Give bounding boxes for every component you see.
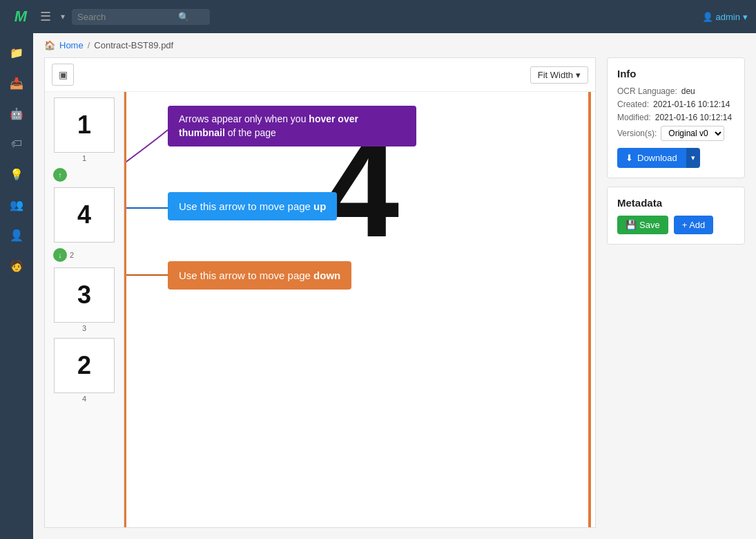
download-button[interactable]: ⬇ Download <box>617 148 686 168</box>
sidebar: 📁 📥 🤖 🏷 💡 👥 👤 🧑 <box>0 33 33 539</box>
info-row-ocr: OCR Language: deu <box>617 86 735 96</box>
viewer-panel: ▣ Fit Width ▾ 1 <box>44 57 596 528</box>
thumbnail-label-3: 3 <box>82 324 86 332</box>
thumbnail-page-3[interactable]: 3 <box>54 267 115 323</box>
versions-label: Version(s): <box>617 129 657 138</box>
orange-callout-text: Use this arrow to move page down <box>168 261 351 290</box>
info-panel: Info OCR Language: deu Created: 2021-01-… <box>607 57 745 528</box>
fit-width-label: Fit Width <box>538 70 573 80</box>
sidebar-item-users[interactable]: 👥 <box>3 191 30 218</box>
created-label: Created: <box>617 100 649 109</box>
thumbnail-number-1: 1 <box>77 111 91 140</box>
sidebar-item-folder[interactable]: 📁 <box>3 39 30 66</box>
breadcrumb-home-link[interactable]: Home <box>59 40 84 50</box>
thumbnail-page-2[interactable]: 2 <box>54 338 115 393</box>
download-dropdown-button[interactable]: ▾ <box>686 148 700 168</box>
search-box: 🔍 <box>72 9 210 25</box>
search-icon: 🔍 <box>178 12 189 22</box>
users-icon: 👥 <box>10 198 23 211</box>
breadcrumb-separator: / <box>88 40 90 50</box>
add-label: + Add <box>682 220 706 230</box>
sidebar-item-inbox[interactable]: 📥 <box>3 69 30 97</box>
breadcrumb-current: Contract-BST89.pdf <box>94 40 173 50</box>
user-circle-icon: 🧑 <box>10 259 23 272</box>
thumbnail-number-4: 4 <box>77 200 91 229</box>
thumbnail-label-1: 1 <box>82 154 86 162</box>
navbar: M ☰ ▾ 🔍 👤 admin ▾ <box>0 0 756 33</box>
brand-logo: M <box>8 4 33 29</box>
robot-icon: 🤖 <box>10 107 23 120</box>
user-label: admin <box>716 12 740 22</box>
page-arrow-up-area: ↑ <box>53 168 115 182</box>
hamburger-icon[interactable]: ☰ <box>40 9 51 24</box>
sidebar-item-bulb[interactable]: 💡 <box>3 160 30 188</box>
nav-dropdown-trigger[interactable]: ▾ <box>61 12 65 21</box>
right-divider <box>588 92 591 527</box>
search-input[interactable] <box>77 12 174 22</box>
info-card-title: Info <box>617 68 735 79</box>
thumbnail-item-4[interactable]: 4 <box>53 187 115 243</box>
user-icon: 👤 <box>702 12 713 22</box>
page-view: 4 Arrows appear only when you hover over… <box>126 92 595 527</box>
sidebar-item-user[interactable]: 🧑 <box>3 252 30 279</box>
metadata-actions: 💾 Save + Add <box>617 216 735 234</box>
thumbnail-item-2[interactable]: 2 4 <box>53 338 115 403</box>
download-caret-icon: ▾ <box>691 153 695 162</box>
blue-callout-text: Use this arrow to move page up <box>168 192 337 220</box>
sidebar-toggle-button[interactable]: ▣ <box>52 64 74 86</box>
m-logo-text: M <box>14 8 27 26</box>
download-label: Download <box>637 153 677 163</box>
ocr-label: OCR Language: <box>617 86 677 96</box>
save-label: Save <box>639 220 660 230</box>
thumbnail-page-4[interactable]: 4 <box>54 187 115 243</box>
thumbnail-label-2: 4 <box>82 395 86 403</box>
inbox-icon: 📥 <box>10 77 23 90</box>
info-row-modified: Modified: 2021-01-16 10:12:14 <box>617 113 735 122</box>
sidebar-item-group[interactable]: 👤 <box>3 221 30 249</box>
sidebar-toggle-icon: ▣ <box>59 69 68 80</box>
viewer-toolbar: ▣ Fit Width ▾ <box>45 58 595 92</box>
save-button[interactable]: 💾 Save <box>617 216 668 234</box>
move-page-up-button[interactable]: ↑ <box>53 168 67 182</box>
modified-label: Modified: <box>617 113 651 122</box>
sidebar-item-robot[interactable]: 🤖 <box>3 100 30 127</box>
metadata-card-title: Metadata <box>617 197 735 209</box>
download-button-wrap: ⬇ Download ▾ <box>617 148 735 168</box>
fit-width-button[interactable]: Fit Width ▾ <box>530 66 588 84</box>
version-select[interactable]: Original v0 <box>661 126 724 141</box>
save-icon: 💾 <box>626 220 637 230</box>
blue-callout: Use this arrow to move page up <box>168 192 337 220</box>
orange-callout: Use this arrow to move page down <box>168 261 351 290</box>
user-dropdown-arrow: ▾ <box>743 12 748 22</box>
tag-icon: 🏷 <box>11 138 22 150</box>
download-icon: ⬇ <box>626 153 633 163</box>
info-card: Info OCR Language: deu Created: 2021-01-… <box>607 57 745 178</box>
thumbnail-item-3[interactable]: 3 3 <box>53 267 115 332</box>
fit-width-arrow: ▾ <box>576 70 581 80</box>
viewer-outer: ▣ Fit Width ▾ 1 <box>33 57 756 539</box>
thumbnails-panel: 1 1 ↑ 4 <box>45 92 124 527</box>
ocr-value: deu <box>681 86 695 96</box>
move-page-down-button[interactable]: ↓ <box>53 248 67 262</box>
breadcrumb: 🏠 Home / Contract-BST89.pdf <box>33 33 756 57</box>
group-icon: 👤 <box>10 229 23 242</box>
metadata-card: Metadata 💾 Save + Add <box>607 187 745 245</box>
thumbnail-page-1[interactable]: 1 <box>54 97 115 153</box>
sidebar-item-tag[interactable]: 🏷 <box>3 130 30 158</box>
modified-value: 2021-01-16 10:12:14 <box>655 113 732 122</box>
thumbnail-item-1[interactable]: 1 1 <box>53 97 115 162</box>
info-row-created: Created: 2021-01-16 10:12:14 <box>617 100 735 109</box>
created-value: 2021-01-16 10:12:14 <box>653 100 730 109</box>
thumbnail-number-2: 2 <box>77 351 91 380</box>
user-menu[interactable]: 👤 admin ▾ <box>702 12 748 22</box>
bulb-icon: 💡 <box>10 168 23 181</box>
thumbnail-number-3: 3 <box>77 281 91 310</box>
page-arrow-down-area: ↓ 2 <box>53 248 115 262</box>
viewer-body: 1 1 ↑ 4 <box>45 92 595 527</box>
add-button[interactable]: + Add <box>674 216 714 234</box>
page-number-display: 4 <box>322 92 399 258</box>
home-icon: 🏠 <box>44 40 55 50</box>
thumbnail-label-2-indicator: 2 <box>70 251 74 259</box>
folder-icon: 📁 <box>10 46 23 59</box>
info-row-versions: Version(s): Original v0 <box>617 126 735 141</box>
